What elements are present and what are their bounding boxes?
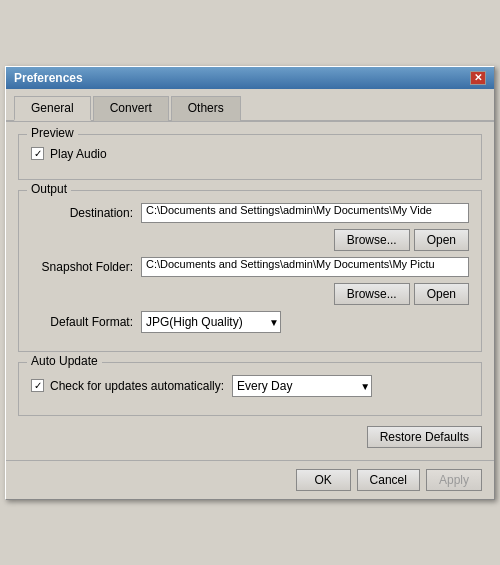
play-audio-row: ✓ Play Audio (31, 147, 469, 161)
destination-buttons: Browse... Open (31, 229, 469, 251)
snapshot-label: Snapshot Folder: (31, 260, 141, 274)
destination-label: Destination: (31, 206, 141, 220)
snapshot-buttons: Browse... Open (31, 283, 469, 305)
output-section-label: Output (27, 182, 71, 196)
auto-update-section-label: Auto Update (27, 354, 102, 368)
play-audio-checkbox[interactable]: ✓ (31, 147, 44, 160)
check-updates-label: Check for updates automatically: (50, 379, 224, 393)
footer-bar: OK Cancel Apply (6, 460, 494, 499)
window-title: Preferences (14, 71, 83, 85)
check-updates-row: ✓ Check for updates automatically: Every… (31, 375, 469, 397)
preview-section: Preview ✓ Play Audio (18, 134, 482, 180)
check-updates-checkbox[interactable]: ✓ (31, 379, 44, 392)
title-bar: Preferences ✕ (6, 67, 494, 89)
tab-others[interactable]: Others (171, 96, 241, 121)
tab-content: Preview ✓ Play Audio Output Destination:… (6, 122, 494, 460)
tab-bar: General Convert Others (6, 89, 494, 122)
frequency-select-wrap: Every Day Every Week Every Month ▼ (232, 375, 372, 397)
default-format-select[interactable]: JPG(High Quality) PNG BMP (141, 311, 281, 333)
apply-button[interactable]: Apply (426, 469, 482, 491)
default-format-row: Default Format: JPG(High Quality) PNG BM… (31, 311, 469, 333)
snapshot-browse-button[interactable]: Browse... (334, 283, 410, 305)
close-button[interactable]: ✕ (470, 71, 486, 85)
destination-open-button[interactable]: Open (414, 229, 469, 251)
restore-defaults-button[interactable]: Restore Defaults (367, 426, 482, 448)
destination-browse-button[interactable]: Browse... (334, 229, 410, 251)
destination-row: Destination: C:\Documents and Settings\a… (31, 203, 469, 223)
snapshot-open-button[interactable]: Open (414, 283, 469, 305)
restore-row: Restore Defaults (18, 426, 482, 448)
destination-input[interactable]: C:\Documents and Settings\admin\My Docum… (141, 203, 469, 223)
auto-update-section: Auto Update ✓ Check for updates automati… (18, 362, 482, 416)
cancel-button[interactable]: Cancel (357, 469, 420, 491)
ok-button[interactable]: OK (296, 469, 351, 491)
default-format-select-wrap: JPG(High Quality) PNG BMP ▼ (141, 311, 281, 333)
snapshot-row: Snapshot Folder: C:\Documents and Settin… (31, 257, 469, 277)
play-audio-label: Play Audio (50, 147, 107, 161)
output-section: Output Destination: C:\Documents and Set… (18, 190, 482, 352)
tab-general[interactable]: General (14, 96, 91, 121)
default-format-label: Default Format: (31, 315, 141, 329)
tab-convert[interactable]: Convert (93, 96, 169, 121)
snapshot-input[interactable]: C:\Documents and Settings\admin\My Docum… (141, 257, 469, 277)
frequency-select[interactable]: Every Day Every Week Every Month (232, 375, 372, 397)
preferences-window: Preferences ✕ General Convert Others Pre… (5, 66, 495, 500)
preview-section-label: Preview (27, 126, 78, 140)
